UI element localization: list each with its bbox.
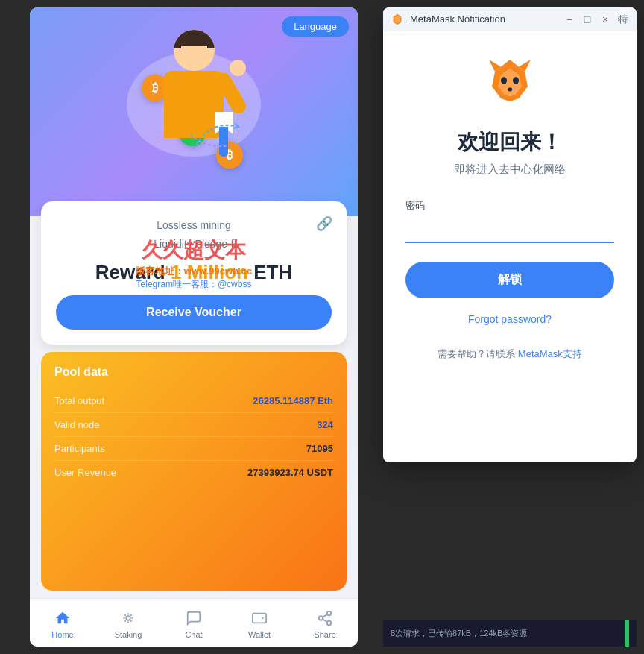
pool-label-3: Participants [54, 443, 105, 454]
million-text: 1 Million [171, 261, 248, 283]
maximize-button[interactable]: □ [581, 13, 593, 25]
arrow-decoration [186, 112, 246, 157]
pool-row-1: Total output 26285.114887 Eth [54, 389, 333, 413]
pool-label-4: User Revenue [54, 467, 116, 478]
chat-icon [185, 609, 203, 627]
link-icon: 🔗 [313, 213, 335, 235]
svg-point-14 [513, 77, 519, 84]
nav-label-chat: Chat [185, 630, 202, 639]
nav-item-home[interactable]: Home [30, 609, 95, 639]
voucher-button[interactable]: Receive Voucher [56, 295, 332, 330]
mining-text: Lossless mining Liquidity Pledge-f [56, 216, 332, 254]
nav-label-share: Share [314, 630, 335, 639]
pool-value-4: 27393923.74 USDT [247, 467, 333, 478]
nav-item-chat[interactable]: Chat [161, 609, 227, 639]
pool-value-3: 71095 [306, 443, 333, 454]
svg-line-6 [323, 614, 327, 617]
metamask-app-icon [391, 13, 404, 26]
svg-point-13 [501, 77, 507, 84]
popup-content: 欢迎回来！ 即将进入去中心化网络 密码 解锁 Forgot password? … [383, 31, 637, 462]
nav-item-wallet[interactable]: Wallet [227, 609, 292, 639]
svg-point-15 [508, 88, 512, 92]
hero-character: ₿ $ ₿ [119, 15, 268, 209]
status-bar-fill [625, 620, 629, 647]
nav-item-share[interactable]: Share [292, 609, 358, 639]
password-label: 密码 [405, 199, 614, 213]
pool-value-1: 26285.114887 Eth [253, 395, 333, 406]
pool-row-2: Valid node 324 [54, 413, 333, 437]
svg-rect-1 [253, 613, 266, 623]
nav-label-staking: Staking [115, 630, 142, 639]
content-card: 🔗 Lossless mining Liquidity Pledge-f Rew… [41, 201, 347, 345]
char-head [174, 30, 215, 71]
password-input[interactable] [405, 217, 614, 243]
home-icon [54, 609, 72, 627]
char-hand [230, 60, 246, 76]
svg-point-2 [327, 611, 332, 615]
password-section: 密码 [405, 199, 614, 262]
popup-titlebar: MetaMask Notification − □ × 特 [383, 7, 637, 31]
forgot-password-link[interactable]: Forgot password? [468, 313, 552, 325]
status-bar: 8次请求，已传输87kB，124kB各资源 [383, 620, 637, 647]
wallet-icon [250, 609, 268, 627]
welcome-title: 欢迎回来！ [458, 128, 562, 157]
metamask-support-link[interactable]: MetaMask支持 [518, 348, 582, 359]
help-text: 需要帮助？请联系 MetaMask支持 [438, 348, 582, 361]
svg-line-5 [323, 619, 327, 622]
svg-point-3 [319, 616, 323, 620]
nav-label-home: Home [51, 630, 73, 639]
pool-title: Pool data [54, 365, 333, 379]
reward-text: Reward 1 Million ETH [56, 261, 332, 284]
fox-logo [480, 54, 540, 113]
share-icon [316, 609, 334, 627]
nav-label-wallet: Wallet [248, 630, 271, 639]
pool-row-3: Participants 71095 [54, 437, 333, 461]
welcome-subtitle: 即将进入去中心化网络 [454, 163, 566, 177]
pool-label-1: Total output [54, 395, 104, 406]
svg-point-4 [327, 620, 332, 625]
staking-icon [119, 609, 137, 627]
pool-row-4: User Revenue 27393923.74 USDT [54, 461, 333, 484]
nav-item-staking[interactable]: Staking [95, 609, 161, 639]
char-face [181, 46, 207, 61]
popup-title: MetaMask Notification [410, 13, 558, 25]
pool-section: Pool data Total output 26285.114887 Eth … [41, 352, 347, 591]
unlock-button[interactable]: 解锁 [405, 262, 614, 298]
svg-point-0 [126, 616, 130, 620]
ms-label: ms [619, 7, 631, 16]
hero-section: Language ₿ $ ₿ [30, 7, 358, 216]
status-text: 8次请求，已传输87kB，124kB各资源 [391, 628, 527, 639]
close-button[interactable]: × [599, 13, 611, 25]
language-button[interactable]: Language [282, 16, 349, 37]
main-app: Language ₿ $ ₿ [30, 7, 358, 647]
pool-value-2: 324 [317, 419, 333, 430]
metamask-popup: MetaMask Notification − □ × 特 欢迎回来！ 即将进入… [383, 7, 637, 462]
pool-label-2: Valid node [54, 419, 99, 430]
bottom-nav: Home Staking Chat [30, 598, 358, 647]
minimize-button[interactable]: − [564, 13, 575, 25]
